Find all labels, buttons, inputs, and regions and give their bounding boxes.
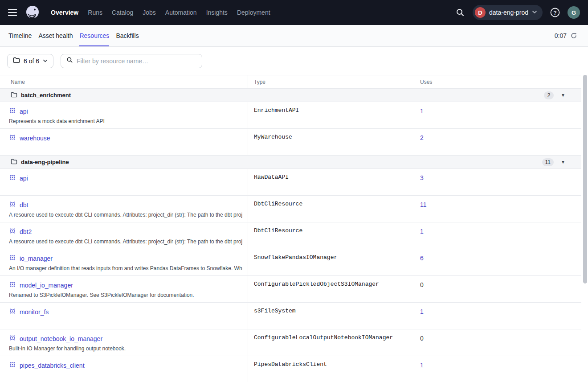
resource-name-link[interactable]: output_notebook_io_manager xyxy=(20,335,102,342)
group-count-badge: 2 xyxy=(544,91,554,99)
resource-uses-cell: 1 xyxy=(414,303,581,329)
tab-timeline[interactable]: Timeline xyxy=(8,25,32,46)
tab-resources[interactable]: Resources xyxy=(79,25,109,46)
group-row[interactable]: data-eng-pipeline 11 ▼ xyxy=(0,156,581,169)
resource-type: DbtCliResource xyxy=(248,222,414,249)
group-filter-button[interactable]: 6 of 6 xyxy=(7,54,53,68)
resource-uses-link[interactable]: 6 xyxy=(420,255,424,262)
top-nav-right: D data-eng-prod ? G xyxy=(454,5,580,20)
resource-icon xyxy=(9,281,16,290)
resource-uses-link[interactable]: 3 xyxy=(420,174,424,181)
column-header-type: Type xyxy=(248,75,414,88)
refresh-area: 0:07 xyxy=(555,25,577,46)
resource-row: io_manager An I/O manager definition tha… xyxy=(0,249,581,276)
resource-name-link[interactable]: io_manager xyxy=(20,255,53,262)
resource-name-cell: io_manager An I/O manager definition tha… xyxy=(0,249,248,275)
workspace-switcher[interactable]: D data-eng-prod xyxy=(473,5,543,20)
help-icon[interactable]: ? xyxy=(549,6,561,19)
resource-uses-link[interactable]: 1 xyxy=(420,361,424,369)
resource-name-link[interactable]: api xyxy=(20,108,28,115)
resource-icon xyxy=(9,308,16,316)
resource-name-link[interactable]: api xyxy=(20,175,28,182)
nav-item-insights[interactable]: Insights xyxy=(206,9,228,16)
resource-row: api RawDataAPI 3 xyxy=(0,169,581,196)
resource-name-link[interactable]: pipes_databricks_client xyxy=(20,362,85,369)
nav-item-catalog[interactable]: Catalog xyxy=(112,9,133,16)
resource-type: MyWarehouse xyxy=(248,129,414,155)
group-name: data-eng-pipeline xyxy=(21,159,69,165)
resource-type: s3FileSystem xyxy=(248,303,414,329)
vertical-scrollbar xyxy=(583,75,587,382)
resource-name-cell: dbt2 A resource used to execute dbt CLI … xyxy=(0,222,248,249)
group-name: batch_enrichment xyxy=(21,92,71,99)
resource-name-link[interactable]: monitor_fs xyxy=(20,308,49,316)
resource-uses-link[interactable]: 1 xyxy=(420,228,424,235)
refresh-icon[interactable] xyxy=(570,32,577,39)
caret-down-icon[interactable]: ▼ xyxy=(561,160,565,164)
dagster-logo[interactable] xyxy=(24,4,41,21)
resource-icon xyxy=(9,174,16,183)
resource-name-link[interactable]: dbt2 xyxy=(20,228,32,235)
nav-item-automation[interactable]: Automation xyxy=(165,9,197,16)
group-filter-label: 6 of 6 xyxy=(24,58,39,65)
tab-backfills[interactable]: Backfills xyxy=(116,25,139,46)
resource-description: An I/O manager definition that reads inp… xyxy=(9,265,242,271)
scrollbar-thumb[interactable] xyxy=(583,75,587,283)
table-body: batch_enrichment 2 ▼ api Represent xyxy=(0,89,581,382)
folder-icon xyxy=(11,158,17,166)
resource-type: EnrichmentAPI xyxy=(248,102,414,128)
resource-name-link[interactable]: dbt xyxy=(20,201,28,209)
column-header-uses: Uses xyxy=(414,75,581,88)
resource-description: Built-in IO Manager for handling output … xyxy=(9,345,242,352)
resource-uses-link[interactable]: 1 xyxy=(420,308,424,315)
hamburger-menu-icon[interactable] xyxy=(8,7,19,18)
tab-asset-health[interactable]: Asset health xyxy=(38,25,73,46)
resource-icon xyxy=(9,361,16,370)
resource-uses-cell: 1 xyxy=(414,222,581,249)
caret-down-icon[interactable]: ▼ xyxy=(561,93,565,98)
resource-uses-cell: 1 xyxy=(414,356,581,382)
resource-uses-cell: 0 xyxy=(414,276,581,302)
resource-type: SnowflakePandasIOManager xyxy=(248,249,414,275)
resource-uses-cell: 11 xyxy=(414,196,581,222)
resource-icon xyxy=(9,254,16,263)
resource-description: Represents a mock data enrichment API xyxy=(9,118,242,124)
resource-name-cell: api Represents a mock data enrichment AP… xyxy=(0,102,248,128)
resource-name-link[interactable]: model_io_manager xyxy=(20,282,73,289)
workspace-name: data-eng-prod xyxy=(489,9,528,16)
resource-uses-link[interactable]: 2 xyxy=(420,134,424,141)
resource-description: A resource used to execute dbt CLI comma… xyxy=(9,212,242,218)
page: Overview Runs Catalog Jobs Automation In… xyxy=(0,0,588,382)
column-header-name: Name xyxy=(0,75,248,88)
search-icon[interactable] xyxy=(454,6,466,19)
resource-row: output_notebook_io_manager Built-in IO M… xyxy=(0,329,581,356)
resource-name-link[interactable]: warehouse xyxy=(20,135,50,142)
resource-icon xyxy=(9,227,16,236)
resource-icon xyxy=(9,201,16,209)
filter-bar: 6 of 6 xyxy=(0,47,588,75)
resource-uses-cell: 6 xyxy=(414,249,581,275)
resource-type: DbtCliResource xyxy=(248,196,414,222)
resource-icon xyxy=(9,334,16,343)
resource-search xyxy=(61,54,202,68)
top-nav: Overview Runs Catalog Jobs Automation In… xyxy=(0,0,588,25)
resource-name-cell: dbt A resource used to execute dbt CLI c… xyxy=(0,196,248,222)
nav-item-jobs[interactable]: Jobs xyxy=(143,9,156,16)
resource-icon xyxy=(9,107,16,116)
resource-uses-link[interactable]: 11 xyxy=(420,201,427,208)
nav-item-runs[interactable]: Runs xyxy=(88,9,102,16)
group-row[interactable]: batch_enrichment 2 ▼ xyxy=(0,89,581,102)
resource-search-input[interactable] xyxy=(77,58,196,65)
resource-name-cell: model_io_manager Renamed to S3PickleIOMa… xyxy=(0,276,248,302)
resource-type: PipesDatabricksClient xyxy=(248,356,414,382)
resource-row: warehouse MyWarehouse 2 xyxy=(0,129,581,156)
user-avatar[interactable]: G xyxy=(568,6,580,19)
folder-icon xyxy=(11,91,17,99)
resource-type: ConfigurableLocalOutputNotebookIOManager xyxy=(248,329,414,356)
resource-type: ConfigurablePickledObjectS3IOManager xyxy=(248,276,414,302)
resource-name-cell: output_notebook_io_manager Built-in IO M… xyxy=(0,329,248,356)
nav-item-deployment[interactable]: Deployment xyxy=(237,9,270,16)
resource-description: A resource used to execute dbt CLI comma… xyxy=(9,238,242,245)
nav-item-overview[interactable]: Overview xyxy=(51,9,78,16)
resource-uses-link[interactable]: 1 xyxy=(420,107,424,115)
